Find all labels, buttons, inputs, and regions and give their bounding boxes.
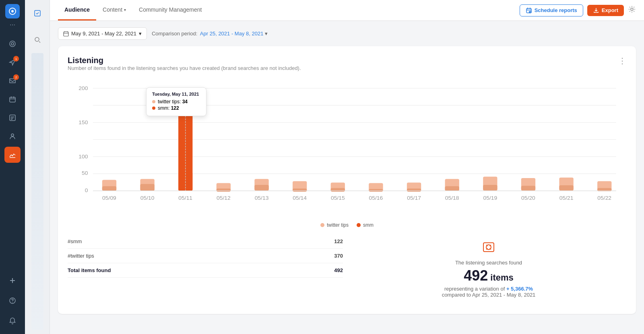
content-dropdown-icon: ▾ — [124, 8, 126, 12]
sidebar-item-inbox[interactable]: 2 — [4, 73, 21, 89]
sidebar-item-tasks[interactable] — [4, 110, 21, 126]
tab-community[interactable]: Community Management — [132, 0, 208, 20]
stats-unit: items — [490, 273, 513, 283]
tab-audience[interactable]: Audience — [58, 0, 96, 20]
svg-text:200: 200 — [78, 86, 88, 91]
svg-rect-71 — [483, 243, 494, 252]
summary-grid: #smm 122 #twitter tips 370 Total items f… — [68, 234, 626, 304]
side-panel-search[interactable] — [29, 32, 45, 48]
variation-value: + 5,366.7% — [506, 286, 533, 292]
schedule-reports-button[interactable]: Schedule reports — [520, 4, 583, 16]
svg-point-1 — [11, 10, 14, 12]
summary-row-total: Total items found 492 — [68, 263, 343, 278]
sidebar-expand[interactable]: ⋯ — [10, 22, 15, 28]
stats-comparison: compared to Apr 25, 2021 - May 8, 2021 — [442, 292, 536, 298]
svg-rect-14 — [64, 32, 68, 36]
side-panel-chart[interactable] — [29, 5, 45, 21]
svg-point-3 — [11, 43, 14, 45]
filter-bar: May 9, 2021 - May 22, 2021 ▾ Comparison … — [58, 27, 636, 40]
tooltip-smm-label: smm: 122 — [158, 105, 179, 111]
sidebar-logo[interactable] — [5, 4, 20, 18]
tooltip-twitter-dot — [152, 100, 155, 103]
svg-text:05/12: 05/12 — [217, 195, 231, 201]
summary-row-smm: #smm 122 — [68, 234, 343, 249]
svg-point-2 — [10, 41, 15, 47]
svg-rect-42 — [369, 189, 383, 192]
svg-rect-4 — [10, 97, 15, 102]
calendar-icon — [63, 31, 69, 37]
card-more-menu[interactable]: ⋮ — [618, 56, 626, 66]
stats-panel: The listening searches found 492 items r… — [351, 234, 626, 304]
svg-text:0: 0 — [85, 188, 88, 193]
svg-rect-38 — [293, 189, 307, 192]
nav-tabs: Audience Content ▾ Community Management — [58, 0, 520, 20]
svg-rect-40 — [331, 188, 345, 192]
sidebar: ⋯ 1 2 — [0, 0, 25, 334]
svg-rect-28 — [102, 186, 116, 191]
chart-legend: twitter tips smm — [68, 222, 626, 228]
svg-rect-30 — [140, 184, 154, 191]
svg-rect-5 — [10, 115, 15, 121]
tooltip-date: Tuesday, May 11, 2021 — [152, 92, 200, 96]
tooltip-item-smm: smm: 122 — [152, 105, 200, 111]
listening-card: Listening Number of items found in the l… — [58, 46, 636, 314]
tooltip-item-twitter: twitter tips: 34 — [152, 99, 200, 105]
svg-text:05/10: 05/10 — [140, 195, 155, 201]
legend-smm-dot — [357, 223, 361, 227]
summary-table: #smm 122 #twitter tips 370 Total items f… — [68, 234, 343, 304]
svg-text:05/18: 05/18 — [445, 195, 459, 201]
settings-icon[interactable] — [628, 5, 636, 15]
svg-point-6 — [11, 134, 14, 136]
stats-icon — [482, 241, 495, 256]
comparison-range[interactable]: Apr 25, 2021 - May 8, 2021 — [199, 31, 265, 37]
card-subtitle: Number of items found in the listening s… — [68, 65, 301, 71]
svg-rect-44 — [407, 189, 421, 192]
content-area: May 9, 2021 - May 22, 2021 ▾ Comparison … — [50, 21, 644, 334]
sidebar-item-help[interactable] — [4, 293, 21, 309]
svg-text:05/20: 05/20 — [521, 195, 535, 201]
sidebar-item-analytics[interactable] — [4, 147, 21, 163]
svg-text:05/17: 05/17 — [407, 195, 421, 201]
date-range-picker[interactable]: May 9, 2021 - May 22, 2021 ▾ — [58, 27, 147, 40]
sidebar-item-add[interactable] — [4, 273, 21, 289]
svg-rect-36 — [254, 185, 268, 191]
tab-content[interactable]: Content ▾ — [96, 0, 132, 20]
top-navigation: Audience Content ▾ Community Management … — [50, 0, 644, 21]
svg-text:05/11: 05/11 — [178, 195, 192, 201]
stats-desc: The listening searches found — [455, 260, 522, 266]
sidebar-bottom — [4, 271, 21, 330]
svg-rect-46 — [445, 186, 459, 191]
export-button[interactable]: Export — [587, 5, 624, 16]
svg-text:05/13: 05/13 — [255, 195, 269, 201]
main-content: Audience Content ▾ Community Management … — [50, 0, 644, 334]
sidebar-item-send[interactable]: 1 — [4, 54, 21, 70]
summary-row-twitter: #twitter tips 370 — [68, 249, 343, 263]
date-dropdown-icon: ▾ — [139, 31, 142, 37]
sidebar-item-team[interactable] — [4, 128, 21, 144]
sidebar-item-calendar[interactable] — [4, 91, 21, 107]
card-title-group: Listening Number of items found in the l… — [68, 56, 301, 78]
svg-rect-48 — [483, 185, 497, 191]
nav-actions: Schedule reports Export — [520, 4, 636, 16]
legend-twitter-tips: twitter tips — [320, 222, 349, 228]
stats-variation: representing a variation of + 5,366.7% — [444, 286, 533, 292]
svg-text:150: 150 — [78, 120, 88, 125]
svg-text:05/14: 05/14 — [293, 195, 307, 201]
svg-rect-52 — [559, 185, 573, 190]
comparison-label: Comparison period: Apr 25, 2021 - May 8,… — [152, 31, 268, 37]
tooltip-smm-dot — [152, 107, 155, 110]
chart-tooltip: Tuesday, May 11, 2021 twitter tips: 34 s… — [146, 87, 206, 116]
sidebar-item-nav[interactable] — [4, 36, 21, 52]
export-icon — [593, 7, 599, 14]
send-badge: 1 — [13, 56, 19, 61]
svg-text:50: 50 — [82, 170, 88, 176]
sidebar-item-bell[interactable] — [4, 313, 21, 329]
legend-twitter-dot — [320, 223, 324, 227]
svg-text:100: 100 — [78, 154, 88, 160]
schedule-icon — [526, 7, 532, 14]
svg-rect-50 — [521, 186, 535, 190]
svg-text:05/09: 05/09 — [102, 195, 116, 201]
legend-smm: smm — [357, 222, 374, 228]
stats-number: 492 — [464, 267, 488, 284]
stats-number-group: 492 items — [464, 267, 514, 284]
